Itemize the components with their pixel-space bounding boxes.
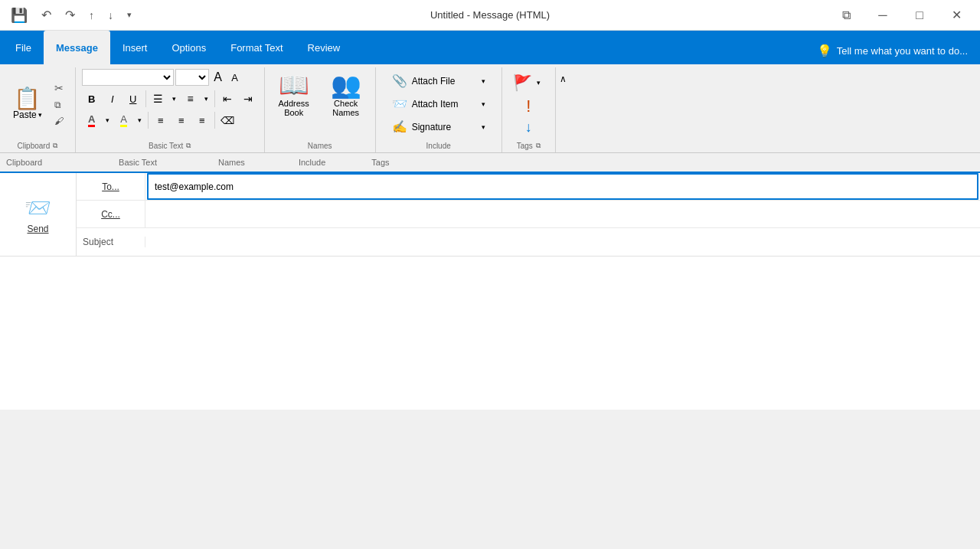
names-label: Names <box>268 140 372 152</box>
align-right-button[interactable]: ≡ <box>192 110 212 130</box>
minimize-button[interactable]: ─ <box>865 3 900 28</box>
signature-button[interactable]: ✍ Signature ▾ <box>385 116 492 137</box>
flag-dropdown[interactable]: ▾ <box>534 72 544 93</box>
collapse-icon: ∧ <box>560 74 567 84</box>
signature-dropdown[interactable]: ▾ <box>482 123 485 131</box>
ribbon-collapse-button[interactable]: ∧ <box>556 67 571 152</box>
font-shrink-button[interactable]: A <box>227 70 243 85</box>
separator2 <box>214 90 215 107</box>
download-icon[interactable]: ↓ <box>103 8 118 23</box>
to-row: To... <box>77 173 980 201</box>
title-bar: 💾 ↶ ↷ ↑ ↓ ▾ Untitled - Message (HTML) ⧉ … <box>0 0 980 31</box>
tags-expand-icon[interactable]: ⧉ <box>536 142 541 150</box>
numbering-button[interactable]: ≡ <box>181 89 201 109</box>
numbering-dropdown[interactable]: ▾ <box>201 89 212 109</box>
increase-indent-button[interactable]: ⇥ <box>238 89 258 109</box>
paste-button[interactable]: 📋 Paste ▾ <box>6 84 49 124</box>
undo-icon[interactable]: ↶ <box>37 6 56 24</box>
separator4 <box>214 112 215 129</box>
attach-item-dropdown[interactable]: ▾ <box>482 100 485 108</box>
tab-review[interactable]: Review <box>296 31 353 64</box>
message-body[interactable] <box>0 257 980 410</box>
align-center-button[interactable]: ≡ <box>172 110 191 130</box>
window-controls: ⧉ ─ □ ✕ <box>828 3 974 28</box>
address-book-icon: 📖 <box>279 73 309 97</box>
bullets-dropdown[interactable]: ▾ <box>169 89 180 109</box>
italic-button[interactable]: I <box>103 89 122 109</box>
names-content: 📖 AddressBook 👥 CheckNames <box>268 67 372 140</box>
tab-message[interactable]: Message <box>44 31 110 64</box>
tags-group: 🚩 ▾ ! ↓ Tags ⧉ <box>502 67 556 152</box>
tab-format-text[interactable]: Format Text <box>218 31 295 64</box>
low-importance-icon[interactable]: ↓ <box>525 119 532 136</box>
signature-label: Signature <box>412 122 451 132</box>
ribbon-tabs: File Message Insert Options Format Text … <box>0 31 980 64</box>
upload-icon[interactable]: ↑ <box>84 8 99 23</box>
font-color-dropdown[interactable]: ▾ <box>103 110 113 130</box>
send-button[interactable]: Send <box>27 224 48 234</box>
font-family-select[interactable] <box>82 69 174 86</box>
cut-icon: ✂ <box>54 82 64 94</box>
decrease-indent-button[interactable]: ⇤ <box>217 89 237 109</box>
text-highlight-dropdown[interactable]: ▾ <box>135 110 145 130</box>
send-panel: 📨 Send <box>0 173 77 256</box>
compose-area: 📨 Send To... Cc... <box>0 173 980 410</box>
clipboard-content: 📋 Paste ▾ ✂ ⧉ 🖌 <box>3 67 72 140</box>
search-box-tab[interactable]: 💡 Tell me what you want to do... <box>805 38 980 64</box>
to-button[interactable]: To... <box>77 173 145 200</box>
tab-file[interactable]: File <box>3 31 44 64</box>
bullets-button[interactable]: ☰ <box>149 89 168 109</box>
to-label: To... <box>102 181 119 192</box>
tab-insert[interactable]: Insert <box>110 31 160 64</box>
address-book-button[interactable]: 📖 AddressBook <box>271 69 317 121</box>
attach-item-button[interactable]: 📨 Attach Item ▾ <box>385 93 492 114</box>
copy-button[interactable]: ⧉ <box>49 97 69 113</box>
format-row-2: A ▾ A ▾ ≡ ≡ ≡ ⌫ <box>82 110 237 130</box>
bold-button[interactable]: B <box>82 89 102 109</box>
attach-file-button[interactable]: 📎 Attach File ▾ <box>385 70 492 91</box>
quick-access-dropdown[interactable]: ▾ <box>122 8 136 21</box>
font-color-button[interactable]: A <box>82 110 102 130</box>
cc-input[interactable] <box>145 201 980 227</box>
subject-input[interactable] <box>145 228 980 256</box>
search-placeholder: Tell me what you want to do... <box>837 45 968 57</box>
save-icon[interactable]: 💾 <box>6 5 32 25</box>
maximize-button[interactable]: □ <box>902 3 937 28</box>
cut-button[interactable]: ✂ <box>49 80 69 96</box>
signature-icon: ✍ <box>392 119 407 134</box>
paste-dropdown-arrow[interactable]: ▾ <box>38 111 42 119</box>
format-buttons-row: B I U ☰ ▾ ≡ ▾ ⇤ ⇥ <box>82 89 258 109</box>
close-button[interactable]: ✕ <box>939 3 974 28</box>
font-grow-button[interactable]: A <box>211 70 226 85</box>
copy-icon: ⧉ <box>54 100 61 110</box>
compose-header: 📨 Send To... Cc... <box>0 173 980 257</box>
basic-text-label: Basic Text ⧉ <box>79 140 261 152</box>
font-selector-row: A A <box>82 69 243 86</box>
basic-text-group: A A B I U ☰ ▾ ≡ ▾ ⇤ ⇥ A ▾ <box>76 67 265 152</box>
tags-bottom-label: Tags <box>371 158 389 167</box>
clear-format-button[interactable]: ⌫ <box>217 110 237 130</box>
format-painter-button[interactable]: 🖌 <box>49 113 69 129</box>
flag-icon: 🚩 <box>513 74 532 92</box>
subject-row: Subject <box>77 228 980 256</box>
paste-icon: 📋 <box>14 88 41 109</box>
cc-button[interactable]: Cc... <box>77 201 145 227</box>
align-left-button[interactable]: ≡ <box>151 110 171 130</box>
tab-options[interactable]: Options <box>159 31 218 64</box>
separator3 <box>148 112 149 129</box>
clipboard-expand-icon[interactable]: ⧉ <box>53 142 57 150</box>
fields-area: To... Cc... Subject <box>77 173 980 256</box>
redo-icon[interactable]: ↷ <box>60 6 80 24</box>
text-highlight-button[interactable]: A <box>114 110 134 130</box>
clipboard-label: Clipboard ⧉ <box>3 140 72 152</box>
ribbon-bottom-bar: Clipboard Basic Text Names Include Tags <box>0 153 980 173</box>
high-importance-icon[interactable]: ! <box>526 96 531 116</box>
to-input[interactable] <box>147 173 978 200</box>
underline-button[interactable]: U <box>123 89 143 109</box>
restore-button[interactable]: ⧉ <box>828 3 864 28</box>
check-names-button[interactable]: 👥 CheckNames <box>323 69 369 121</box>
include-content: 📎 Attach File ▾ 📨 Attach Item ▾ ✍ Signat… <box>379 67 498 140</box>
basic-text-expand-icon[interactable]: ⧉ <box>186 142 191 150</box>
font-size-select[interactable] <box>175 69 209 86</box>
attach-file-dropdown[interactable]: ▾ <box>482 77 485 85</box>
